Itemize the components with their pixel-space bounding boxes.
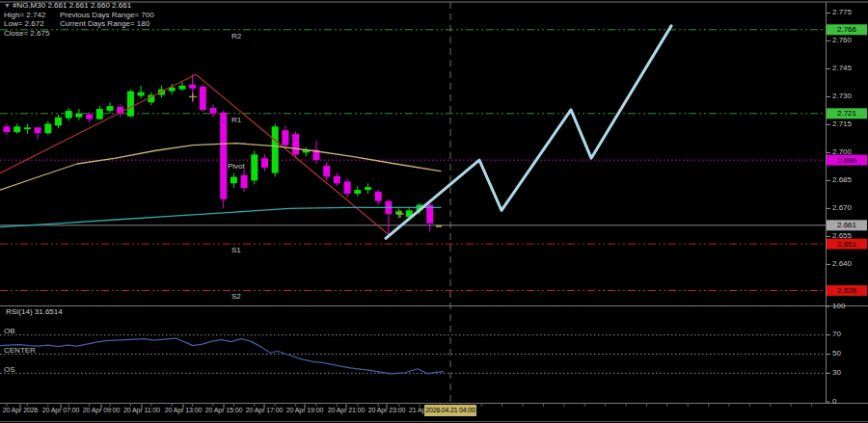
time-tick-label: 20 Apr 23:00 bbox=[360, 407, 414, 413]
price-badge-Pivot: 2.696 bbox=[827, 155, 867, 166]
rsi-tick-label: 30 bbox=[832, 368, 841, 377]
price-axis[interactable]: 2.7752.7602.7452.7302.7152.7002.6852.670… bbox=[826, 0, 868, 405]
symbol-dropdown-icon[interactable]: ▼ bbox=[4, 2, 11, 9]
time-cursor-label: 2026.04.21 04:00 bbox=[424, 405, 476, 416]
mt4-chart-window: ▼#NG,M30 2.661 2.661 2.660 2.661 High= 2… bbox=[0, 0, 868, 423]
chart-canvas[interactable] bbox=[0, 0, 868, 423]
price-tick-label: 2.685 bbox=[832, 175, 852, 184]
high-range-line: High= 2.742Previous Days Range= 700 bbox=[4, 11, 154, 20]
price-badge-R2: 2.766 bbox=[827, 24, 867, 35]
price-tick-label: 2.670 bbox=[832, 203, 852, 212]
price-badge-R1: 2.721 bbox=[827, 108, 867, 119]
symbol-quote-text: #NG,M30 2.661 2.661 2.660 2.661 bbox=[13, 1, 131, 10]
price-badge-bid: 2.661 bbox=[827, 220, 867, 230]
price-badge-S2: 2.626 bbox=[827, 285, 867, 296]
curr-range-value: Current Days Range= 180 bbox=[60, 19, 149, 28]
low-range-line: Low= 2.672Current Days Range= 180 bbox=[4, 19, 154, 29]
high-value: High= 2.742 bbox=[4, 11, 60, 20]
price-tick-label: 2.745 bbox=[832, 64, 852, 72]
rsi-tick-label: 100 bbox=[832, 302, 845, 310]
prev-range-value: Previous Days Range= 700 bbox=[60, 11, 154, 19]
price-badge-S1: 2.651 bbox=[827, 239, 867, 250]
price-tick-label: 2.775 bbox=[832, 8, 852, 16]
time-tick-label-clipped: 21 Ap bbox=[409, 407, 425, 413]
price-tick-label: 2.715 bbox=[832, 119, 852, 128]
quote-line: ▼#NG,M30 2.661 2.661 2.660 2.661 bbox=[4, 1, 154, 11]
panel-divider[interactable] bbox=[0, 303, 826, 310]
price-tick-label: 2.760 bbox=[832, 36, 852, 44]
price-tick-label: 2.640 bbox=[832, 259, 852, 268]
chart-info-overlay: ▼#NG,M30 2.661 2.661 2.660 2.661 High= 2… bbox=[4, 1, 154, 38]
rsi-indicator-label: RSI(14) 31.6514 bbox=[6, 307, 63, 316]
price-tick-label: 2.730 bbox=[832, 92, 852, 100]
close-value: Close= 2.675 bbox=[4, 29, 49, 38]
close-line: Close= 2.675 bbox=[4, 29, 154, 39]
rsi-tick-label: 50 bbox=[832, 349, 841, 357]
low-value: Low= 2.672 bbox=[4, 19, 60, 29]
rsi-tick-label: 70 bbox=[832, 330, 841, 338]
